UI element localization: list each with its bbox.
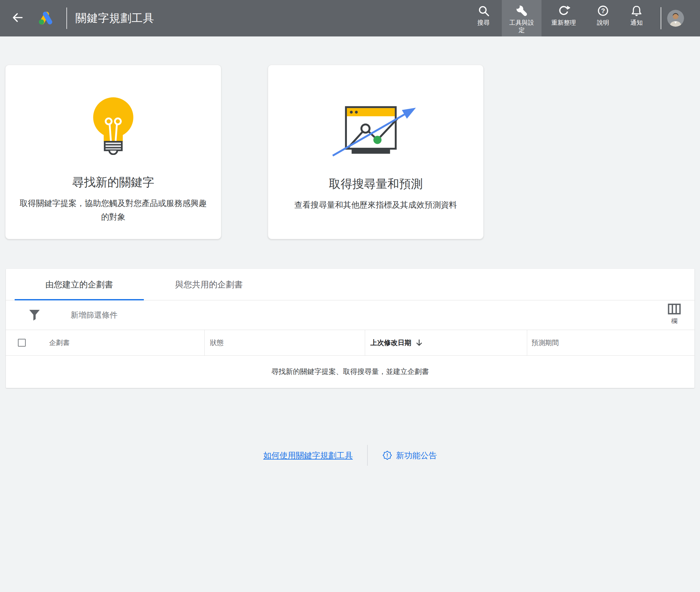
column-header-forecast-period[interactable]: 預測期間 [532, 330, 559, 355]
plans-table-header: 企劃書 狀態 上次修改日期 預測期間 [6, 330, 695, 356]
google-ads-logo-icon[interactable] [38, 11, 53, 25]
card-description: 取得關鍵字提案，協助您觸及對您產品或服務感興趣的對象 [18, 196, 208, 224]
header-toolbar: 搜尋 工具與設定 重新整理 [465, 0, 653, 37]
plans-panel: 由您建立的企劃書 與您共用的企劃書 新增篩選條件 欄 企劃書 [6, 269, 695, 388]
new-releases-icon: ! [383, 451, 392, 460]
column-divider [365, 330, 365, 355]
footer-divider [367, 445, 368, 466]
card-description: 查看搜尋量和其他歷來指標及其成效預測資料 [281, 198, 471, 211]
refresh-icon [557, 4, 570, 17]
back-button[interactable] [10, 10, 26, 26]
user-avatar[interactable] [667, 10, 684, 27]
bell-icon [630, 4, 643, 17]
back-arrow-icon [11, 11, 24, 25]
how-to-use-link[interactable]: 如何使用關鍵字規劃工具 [263, 450, 353, 461]
column-header-plan[interactable]: 企劃書 [49, 330, 70, 355]
search-icon [478, 4, 490, 17]
sort-descending-icon [415, 339, 423, 347]
tools-and-settings-button[interactable]: 工具與設定 [502, 0, 542, 37]
search-button[interactable]: 搜尋 [465, 0, 502, 37]
new-features-announcement-link[interactable]: ! 新功能公告 [383, 450, 437, 461]
select-all-checkbox[interactable] [18, 339, 26, 347]
discover-keywords-card[interactable]: 尋找新的關鍵字 取得關鍵字提案，協助您觸及對您產品或服務感興趣的對象 [5, 65, 221, 239]
notifications-button[interactable]: 通知 [620, 0, 653, 37]
columns-button[interactable]: 欄 [664, 304, 685, 326]
help-icon: ? [597, 4, 609, 17]
app-header: 關鍵字規劃工具 搜尋 工具與設定 [0, 0, 700, 37]
help-button[interactable]: ? 說明 [586, 0, 620, 37]
filter-icon[interactable] [29, 308, 40, 323]
column-header-status[interactable]: 狀態 [210, 330, 223, 355]
card-title: 尋找新的關鍵字 [72, 175, 154, 190]
card-title: 取得搜尋量和預測 [329, 176, 423, 192]
page-title: 關鍵字規劃工具 [76, 11, 154, 26]
filter-bar: 新增篩選條件 欄 [6, 300, 695, 330]
page-footer: 如何使用關鍵字規劃工具 ! 新功能公告 [0, 445, 700, 466]
add-filter-input[interactable]: 新增篩選條件 [70, 300, 117, 330]
search-volume-forecast-card[interactable]: 取得搜尋量和預測 查看搜尋量和其他歷來指標及其成效預測資料 [268, 65, 484, 239]
columns-icon [668, 310, 681, 315]
column-header-last-modified[interactable]: 上次修改日期 [370, 330, 423, 355]
wrench-icon [515, 4, 528, 17]
tab-plans-shared-with-you[interactable]: 與您共用的企劃書 [144, 269, 274, 300]
refresh-button[interactable]: 重新整理 [542, 0, 586, 37]
svg-text:!: ! [386, 452, 388, 458]
lightbulb-icon [89, 96, 138, 157]
column-divider [204, 330, 205, 355]
empty-state-message: 尋找新的關鍵字提案、取得搜尋量，並建立企劃書 [6, 356, 695, 388]
tab-plans-created-by-you[interactable]: 由您建立的企劃書 [15, 269, 144, 300]
header-divider [66, 7, 67, 29]
chart-forecast-icon [327, 98, 425, 159]
column-divider [527, 330, 527, 355]
columns-button-label: 欄 [664, 317, 685, 326]
plans-tabs: 由您建立的企劃書 與您共用的企劃書 [6, 269, 695, 300]
header-divider [661, 7, 661, 29]
svg-text:?: ? [601, 7, 605, 14]
